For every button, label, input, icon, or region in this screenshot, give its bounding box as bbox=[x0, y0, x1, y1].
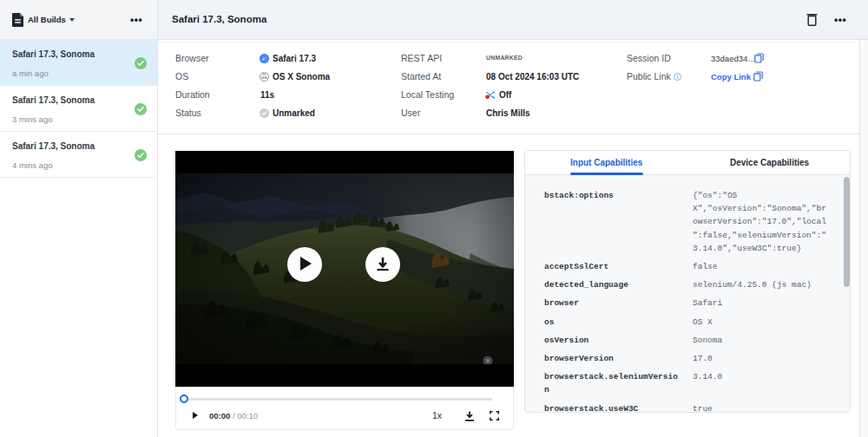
svg-text:os: os bbox=[261, 75, 266, 80]
